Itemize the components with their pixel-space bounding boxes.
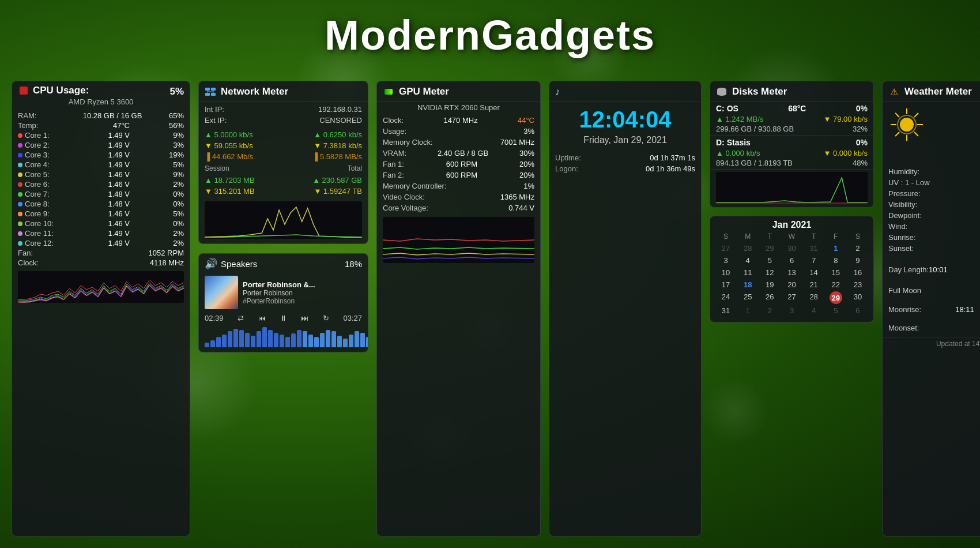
calendar-day: 23 — [847, 279, 869, 290]
ext-ip-label: Ext IP: — [205, 116, 227, 125]
calendar-day: 28 — [737, 243, 759, 254]
calendar-header: Jan 2021 — [710, 216, 873, 232]
speaker-label: Speakers — [221, 259, 257, 269]
calendar-day: 4 — [737, 255, 759, 266]
cpu-clock-row: Clock: 4118 MHz — [18, 258, 184, 268]
gpu-fan1-label: Fan 1: — [383, 160, 404, 168]
core-label: Core 10: — [18, 219, 61, 228]
calendar-week-row: 272829303112 — [715, 243, 869, 254]
gpu-memctrl-row: Memory Controller: 1% — [383, 181, 534, 192]
ram-pct: 65% — [164, 111, 184, 120]
cpu-fan-row: Fan: 1052 RPM — [18, 248, 184, 258]
pressure-row: Pressure: 30.07 in — [888, 188, 980, 199]
calendar-day: 1 — [737, 305, 759, 316]
svg-rect-3 — [211, 93, 216, 96]
svg-rect-2 — [205, 93, 210, 96]
calendar-day: 14 — [803, 267, 825, 278]
disk-d-down: ▼ 0.000 kb/s — [824, 149, 868, 157]
cpu-graph — [18, 271, 184, 303]
session-down: ▼ 315.201 MB — [205, 187, 255, 196]
core-volt: 1.46 V — [95, 180, 130, 189]
pressure-label: Pressure: — [888, 189, 921, 198]
calendar-day: 3 — [781, 305, 802, 316]
track-info: Porter Robinson &... Porter Robinson #Po… — [243, 280, 362, 305]
net-row-1: ▲ 5.0000 kb/s ▲ 0.6250 kb/s — [205, 129, 362, 140]
core-volt: 1.48 V — [95, 190, 130, 198]
gpu-icon — [383, 86, 394, 97]
clock-widget: ♪ 12:04:04 Friday, Jan 29, 2021 Uptime: … — [549, 81, 702, 536]
clock-label: Clock: — [18, 258, 61, 267]
network-icon — [205, 86, 216, 97]
disk-icon — [716, 86, 728, 97]
int-ip-row: Int IP: 192.168.0.31 — [205, 104, 362, 115]
prev-btn[interactable]: ⏮ — [258, 314, 266, 322]
calendar-day: 2 — [759, 305, 781, 316]
calendar-day: 29 — [830, 291, 842, 304]
viz-bar — [239, 330, 244, 347]
cpu-core-12-row: Core 12: 1.49 V 2% — [18, 238, 184, 248]
uptime-val: 0d 1h 37m 1s — [650, 153, 695, 162]
disk-d-size: 894.13 GB / 1.8193 TB 48% — [716, 158, 868, 168]
viz-bar — [285, 337, 290, 347]
disk-graph — [716, 172, 868, 204]
moonrise-label: Moonrise: — [888, 305, 921, 314]
core-pct: 0% — [164, 190, 184, 198]
svg-rect-1 — [211, 88, 216, 91]
calendar-weeks: 2728293031123456789101112131415161718192… — [715, 243, 869, 316]
repeat-btn[interactable]: ↻ — [323, 314, 329, 322]
core-label: Core 4: — [18, 160, 61, 169]
disk-c-header: C: OS 68°C 0% — [716, 104, 868, 114]
disk-graph-svg — [716, 172, 868, 204]
core-volt: 1.46 V — [95, 170, 130, 179]
core-volt: 1.48 V — [95, 200, 130, 208]
cpu-core-6-row: Core 6: 1.46 V 2% — [18, 179, 184, 189]
disk-c-pct: 0% — [856, 104, 868, 113]
sunrise-label: Sunrise: — [888, 233, 916, 242]
sound-track: Porter Robinson &... Porter Robinson #Po… — [199, 273, 368, 311]
next-btn[interactable]: ⏭ — [301, 314, 308, 322]
disks-widget: Disks Meter C: OS 68°C 0% ▲ 1.242 MB/s ▼… — [710, 81, 874, 208]
core-label: Core 9: — [18, 209, 61, 218]
core-pct: 2% — [164, 229, 184, 238]
gpu-vram-row: VRAM: 2.40 GB / 8 GB 30% — [383, 148, 534, 159]
logon-val: 0d 1h 36m 49s — [646, 164, 695, 173]
network-title: Network Meter — [221, 86, 288, 97]
calendar-day: 28 — [803, 291, 825, 304]
daylength-row: Day Length: 10:01 — [888, 254, 980, 285]
calendar-day: 29 — [759, 243, 781, 254]
calendar-day: 12 — [759, 267, 781, 278]
cpu-temp-row: Temp: 47°C 56% — [18, 121, 184, 130]
gpu-fan1-val: 600 RPM — [446, 160, 477, 168]
wind-row: Wind: 6 mph NW — [888, 221, 980, 232]
cpu-core-5-row: Core 5: 1.46 V 9% — [18, 170, 184, 179]
cpu-widget: CPU Usage: 5% AMD Ryzen 5 3600 RAM: 10.2… — [12, 81, 190, 536]
viz-bar — [366, 337, 368, 347]
moonset-row: Moonset: 8:01 — [888, 322, 980, 333]
viz-bar — [228, 331, 232, 347]
viz-bar — [216, 337, 221, 347]
sound-controls[interactable]: 02:39 ⇄ ⏮ ⏸ ⏭ ↻ 03:27 — [199, 311, 368, 325]
gpu-fan2-val: 600 RPM — [446, 171, 477, 179]
sound-visualizer — [205, 327, 362, 347]
clock-info: Uptime: 0d 1h 37m 1s Logon: 0d 1h 36m 49… — [549, 150, 701, 179]
gpu-clock-label: Clock: — [383, 116, 404, 125]
fullmoon-label: Full Moon — [888, 286, 921, 295]
shuffle-btn[interactable]: ⇄ — [238, 314, 244, 322]
core-pct: 9% — [164, 170, 184, 179]
calendar-week-row: 31123456 — [715, 305, 869, 316]
pause-btn[interactable]: ⏸ — [280, 314, 287, 322]
viz-bar — [343, 339, 348, 347]
uv-label: UV : 1 - Low — [888, 178, 930, 187]
core-pct: 5% — [164, 160, 184, 169]
calendar-week-row: 17181920212223 — [715, 279, 869, 290]
net-section-header: Session Total — [199, 163, 368, 174]
calendar-day: 5 — [759, 255, 781, 266]
cpu-core-7-row: Core 7: 1.48 V 0% — [18, 189, 184, 199]
calendar-day: 27 — [781, 291, 802, 304]
disk-d-header: D: Stasis 0% — [716, 138, 868, 148]
cpu-core-9-row: Core 9: 1.46 V 5% — [18, 209, 184, 219]
disk-d-pct: 0% — [856, 138, 868, 147]
viz-bar — [245, 333, 250, 347]
calendar-week-row: 10111213141516 — [715, 267, 869, 278]
disk-c-speed: ▲ 1.242 MB/s ▼ 79.00 kb/s — [716, 114, 868, 124]
